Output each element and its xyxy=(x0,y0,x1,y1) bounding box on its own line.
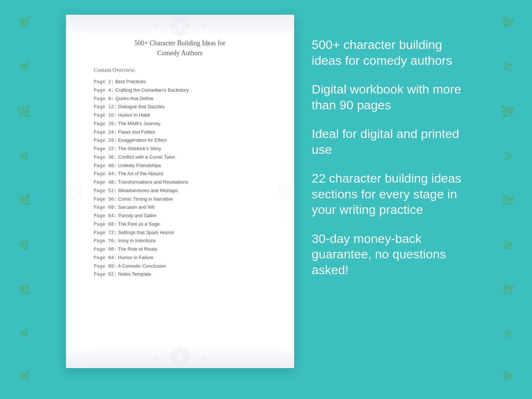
marketing-item-1: 500+ character building ideas for comedy… xyxy=(312,37,466,68)
marketing-panel: 500+ character building ideas for comedy… xyxy=(312,15,466,278)
document-bottom-border xyxy=(66,346,294,368)
svg-point-7 xyxy=(179,16,182,22)
toc-item: Page 72: Settings that Spark Humor xyxy=(94,229,274,237)
svg-point-0 xyxy=(172,18,188,34)
toc-item: Page 8: Quirks that Define xyxy=(94,95,274,103)
svg-point-50 xyxy=(179,362,182,367)
toc-item: Page 24: Flaws and Follies xyxy=(94,128,274,137)
svg-point-41 xyxy=(176,354,184,361)
floral-left-decoration: 🌿 🌿 🌿 🌿 🌿 🌿 🌿 🌿 🌿 xyxy=(0,0,48,399)
toc-item: Page 36: Conflict with a Comic Twist xyxy=(94,153,274,162)
toc-item: Page 88: A Comedic Conclusion xyxy=(94,262,274,271)
document-panel: 500+ Character Building Ideas for Comedy… xyxy=(66,15,294,368)
svg-point-44 xyxy=(155,356,158,359)
toc-item: Page 16: Humor in Habit xyxy=(94,111,274,120)
svg-point-1 xyxy=(174,20,186,32)
svg-point-38 xyxy=(278,184,284,191)
toc-item: Page 2: Best Practices xyxy=(94,78,274,86)
svg-point-20 xyxy=(75,184,82,191)
document-top-border xyxy=(66,15,294,37)
toc-item: Page 44: The Art of the Absurd xyxy=(94,170,274,178)
toc-item: Page 20: The Misfit's Journey xyxy=(94,120,274,128)
svg-point-25 xyxy=(67,190,72,193)
svg-point-6 xyxy=(202,25,205,28)
svg-point-32 xyxy=(286,184,292,191)
svg-point-34 xyxy=(286,192,292,198)
marketing-item-2: Digital workbook with more than 90 pages xyxy=(312,81,466,113)
svg-point-37 xyxy=(278,190,283,193)
svg-point-22 xyxy=(75,192,82,198)
toc-item: Page 56: Comic Timing in Narrative xyxy=(94,195,274,204)
toc-item: Page 64: Parody and Satire xyxy=(94,212,274,220)
marketing-item-3: Ideal for digital and printed use xyxy=(312,126,466,157)
document-left-border xyxy=(66,15,84,368)
toc-item: Page 92: Notes Template xyxy=(94,270,274,279)
svg-point-2 xyxy=(176,22,184,30)
svg-point-33 xyxy=(288,190,293,193)
floral-right-decoration: 🌿 🌿 🌿 🌿 🌿 🌿 🌿 🌿 🌿 xyxy=(484,0,532,399)
svg-point-5 xyxy=(155,25,158,28)
toc-item: Page 80: The Role of Rivals xyxy=(94,245,274,254)
svg-point-45 xyxy=(202,356,205,359)
toc-item: Page 60: Sarcasm and Wit xyxy=(94,203,274,212)
toc-item: Page 4: Crafting the Comedian's Backstor… xyxy=(94,86,274,95)
svg-point-46 xyxy=(179,347,182,353)
svg-point-36 xyxy=(278,192,284,198)
svg-point-11 xyxy=(179,31,182,36)
marketing-item-5: 30-day money-back guarantee, no question… xyxy=(312,231,466,278)
marketing-item-4: 22 character building ideas sections for… xyxy=(312,170,466,218)
main-layout: 500+ Character Building Ideas for Comedy… xyxy=(0,0,532,399)
svg-point-21 xyxy=(77,190,82,193)
content-overview-label: Content Overview: xyxy=(94,67,136,73)
toc-item: Page 12: Dialogue that Dazzles xyxy=(94,103,274,111)
svg-point-24 xyxy=(67,192,74,198)
toc-item: Page 52: Misadventures and Mishaps xyxy=(94,187,274,195)
svg-point-39 xyxy=(172,349,188,366)
toc-item: Page 76: Irony in Intentions xyxy=(94,237,274,245)
svg-point-40 xyxy=(174,352,186,363)
toc-item: Page 48: Transformations and Revelations xyxy=(94,178,274,187)
toc-item: Page 28: Exaggeration for Effect xyxy=(94,136,274,145)
svg-point-26 xyxy=(67,184,74,191)
toc-item: Page 32: The Sidekick's Story xyxy=(94,145,274,153)
toc-item: Page 68: The Fool as a Sage xyxy=(94,220,274,229)
document-right-border xyxy=(276,15,294,368)
table-of-contents: Page 2: Best PracticesPage 4: Crafting t… xyxy=(87,78,274,279)
svg-point-15 xyxy=(69,186,81,197)
toc-item: Page 84: Humor in Failure xyxy=(94,254,274,262)
svg-point-27 xyxy=(279,186,291,197)
document-title: 500+ Character Building Ideas for Comedy… xyxy=(134,38,225,58)
toc-item: Page 40: Unlikely Friendships xyxy=(94,162,274,170)
